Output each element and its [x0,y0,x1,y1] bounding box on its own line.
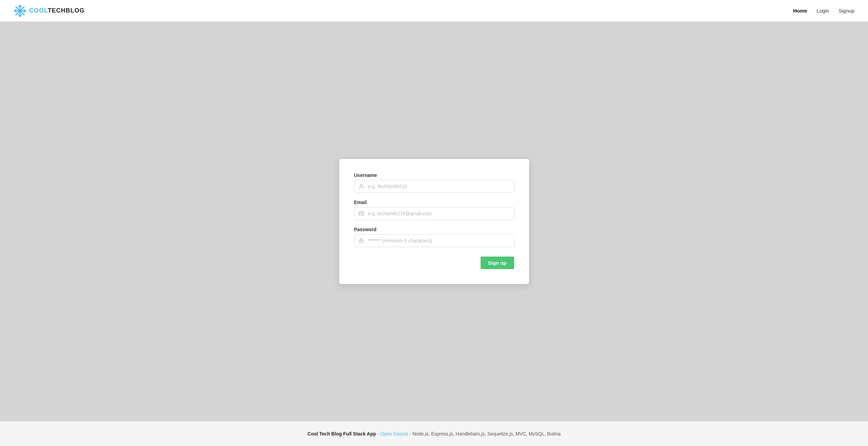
svg-point-16 [361,241,362,242]
footer: Cool Tech Blog Full Stack App - Open Sou… [0,421,868,446]
svg-point-12 [19,10,21,12]
password-input-wrapper [354,234,514,247]
snowflake-icon [14,4,26,17]
navbar: COOLTECHBLOG Home Login Signup [0,0,868,22]
password-label: Password [354,227,514,232]
svg-point-13 [360,184,362,187]
email-icon [355,211,368,216]
brand-logo[interactable]: COOLTECHBLOG [14,4,85,17]
navbar-menu: Home Login Signup [793,8,854,14]
signup-button[interactable]: Sign up [481,257,514,269]
username-input-wrapper [354,180,514,193]
footer-text: Cool Tech Blog Full Stack App - Open Sou… [7,431,861,437]
signup-card: Username Email [339,159,529,284]
footer-tech-stack: - Node.js, Express.js, Handlebars.js, Se… [408,431,561,437]
footer-separator: - [376,431,380,437]
nav-login[interactable]: Login [817,8,829,14]
email-label: Email [354,200,514,205]
email-input-wrapper [354,207,514,220]
brand-cool: COOL [29,7,48,14]
nav-signup[interactable]: Signup [839,8,854,14]
hero-section: Username Email [0,22,868,421]
brand-name: COOLTECHBLOG [29,7,85,14]
brand-tech: TECHBLOG [48,7,85,14]
user-icon [355,184,368,189]
password-input[interactable] [368,235,514,247]
form-actions: Sign up [354,257,514,269]
username-input[interactable] [368,180,514,192]
username-group: Username [354,173,514,193]
username-label: Username [354,173,514,178]
email-group: Email [354,200,514,220]
email-input[interactable] [368,207,514,220]
password-group: Password [354,227,514,247]
footer-open-source-link[interactable]: Open Source [380,431,408,437]
footer-app-name: Cool Tech Blog Full Stack App [307,431,376,437]
lock-icon [355,238,368,243]
nav-home[interactable]: Home [793,8,807,14]
